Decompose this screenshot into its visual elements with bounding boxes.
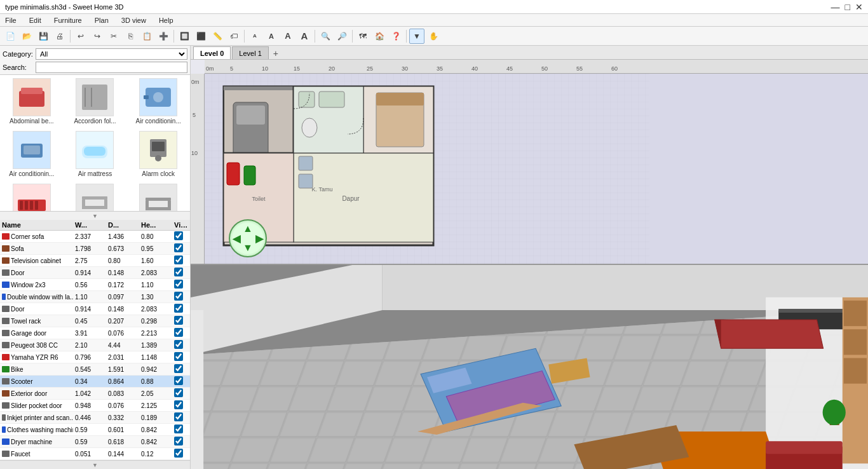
visibility-checkbox[interactable] [174,304,183,313]
furn-grid-item[interactable]: Abdominal be... [0,75,64,128]
pan-tool[interactable]: ✋ [426,29,441,44]
navigation-arrows[interactable]: ▲ ▼ ◀ ▶ [229,219,267,257]
visibility-checkbox[interactable] [174,231,183,240]
tool-dimension[interactable]: 📏 [210,29,225,44]
furniture-row[interactable]: Garage door 3.91 0.076 2.213 [0,327,190,339]
nav-right[interactable]: ▶ [255,233,263,245]
visibility-checkbox[interactable] [174,340,183,349]
furn-visible[interactable] [172,267,190,278]
furn-grid-item[interactable]: Air conditionin... [0,128,64,180]
copy-button[interactable]: ⎘ [123,29,138,44]
text-a3[interactable]: A [280,29,295,44]
3d-view[interactable] [191,265,868,469]
furniture-row[interactable]: Double window with la... 1.10 0.097 1.30 [0,291,190,303]
furniture-row[interactable]: Corner sofa 2.337 1.436 0.80 [0,231,190,243]
open-button[interactable]: 📂 [19,29,34,44]
furn-grid-item[interactable]: Air conditionin... [126,75,190,128]
add-furn-button[interactable]: ➕ [156,29,171,44]
undo-button[interactable]: ↩ [73,29,88,44]
furn-grid-item[interactable]: Alarm clock [126,128,190,180]
close-button[interactable]: ✕ [855,2,863,12]
text-a2[interactable]: A [264,29,279,44]
category-select[interactable]: All [36,48,187,60]
furn-grid-item[interactable]: Air mattress [64,128,127,180]
cut-button[interactable]: ✂ [106,29,121,44]
tool-wall[interactable]: 🔲 [177,29,192,44]
floor-plan-canvas[interactable]: Dapur K. Tamu Toilet [205,74,868,264]
visibility-checkbox[interactable] [174,425,183,433]
level-0-tab[interactable]: Level 0 [193,46,231,59]
furn-grid-item[interactable]: Accordion fol... [64,75,127,128]
furn-visible[interactable] [172,388,190,399]
visibility-checkbox[interactable] [174,243,183,252]
nav-left[interactable]: ◀ [233,233,240,245]
print-button[interactable]: 🖨 [52,29,67,44]
text-a1[interactable]: A [247,29,262,44]
menu-file[interactable]: File [3,17,19,24]
visibility-checkbox[interactable] [174,449,183,458]
new-button[interactable]: 📄 [3,29,18,44]
text-a4[interactable]: A [297,29,312,44]
add-level-button[interactable]: + [270,48,281,59]
furniture-row[interactable]: Yamaha YZR R6 0.796 2.031 1.148 [0,351,190,364]
menu-help[interactable]: Help [156,17,176,24]
maximize-button[interactable]: □ [845,2,850,12]
view-3d-button[interactable]: 🏠 [372,29,387,44]
tool-label[interactable]: 🏷 [226,29,241,44]
furniture-row[interactable]: Window 2x3 0.56 0.172 1.10 [0,279,190,291]
visibility-checkbox[interactable] [174,352,183,361]
view-2d-button[interactable]: 🗺 [355,29,370,44]
visibility-checkbox[interactable] [174,388,183,397]
visibility-checkbox[interactable] [174,376,183,385]
visibility-checkbox[interactable] [174,364,183,373]
furniture-list-scroll[interactable]: ▼ [0,460,190,469]
menu-3dview[interactable]: 3D view [119,17,149,24]
level-1-tab[interactable]: Level 1 [232,46,268,59]
furn-visible[interactable] [172,303,190,315]
furn-visible[interactable] [172,243,190,254]
furn-visible[interactable] [172,315,190,327]
furniture-row[interactable]: Faucet 0.051 0.144 0.12 [0,448,190,460]
menu-plan[interactable]: Plan [92,17,111,24]
help-button[interactable]: ❓ [388,29,403,44]
furn-visible[interactable] [172,376,190,387]
furn-grid-item[interactable]: Angle shelf 198 [126,180,190,211]
visibility-checkbox[interactable] [174,292,183,301]
furn-visible[interactable] [172,448,190,459]
search-input[interactable] [36,62,187,73]
furn-visible[interactable] [172,351,190,363]
paste-button[interactable]: 📋 [139,29,154,44]
redo-button[interactable]: ↪ [90,29,105,44]
visibility-checkbox[interactable] [174,280,183,289]
visibility-checkbox[interactable] [174,437,183,445]
furniture-row[interactable]: Slider pocket door 0.948 0.076 2.125 [0,400,190,412]
furn-visible[interactable] [172,412,190,423]
furn-visible[interactable] [172,436,190,447]
visibility-checkbox[interactable] [174,412,183,421]
furn-visible[interactable] [172,291,190,302]
visibility-checkbox[interactable] [174,328,183,337]
furn-visible[interactable] [172,400,190,411]
nav-down[interactable]: ▼ [243,242,253,254]
select-tool[interactable]: ▼ [409,29,424,44]
furniture-row[interactable]: Television cabinet 2.75 0.80 1.60 [0,255,190,267]
furniture-row[interactable]: Peugeot 308 CC 2.10 4.44 1.389 [0,339,190,351]
furn-grid-item[interactable]: Allen organ [0,180,64,211]
zoom-out-button[interactable]: 🔎 [334,29,349,44]
furniture-row[interactable]: Scooter 0.34 0.864 0.88 [0,376,190,388]
furn-grid-item[interactable]: Angle shelf 160 [64,180,127,211]
furn-visible[interactable] [172,279,190,290]
furniture-row[interactable]: Towel rack 0.45 0.207 0.298 [0,315,190,327]
visibility-checkbox[interactable] [174,316,183,325]
furniture-row[interactable]: Bike 0.545 1.591 0.942 [0,364,190,376]
floor-plan-area[interactable]: 0m 5 10 15 20 25 30 35 40 45 50 55 60 [191,60,868,265]
nav-up[interactable]: ▲ [243,223,253,234]
furniture-row[interactable]: Sofa 1.798 0.673 0.95 [0,243,190,255]
furn-visible[interactable] [172,339,190,351]
furn-visible[interactable] [172,231,190,242]
furniture-row[interactable]: Door 0.914 0.148 2.083 [0,303,190,315]
furniture-row[interactable]: Clothes washing machine 0.59 0.601 0.842 [0,424,190,436]
furniture-scroll-indicator[interactable]: ▼ [0,211,190,220]
furn-visible[interactable] [172,327,190,339]
tool-room[interactable]: ⬛ [193,29,208,44]
